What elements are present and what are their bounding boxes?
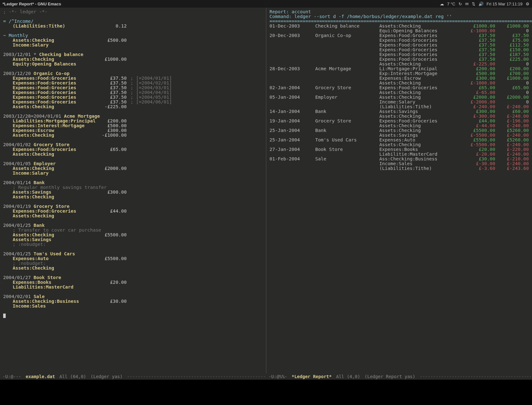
refresh-icon[interactable]: ↻ bbox=[459, 2, 462, 6]
txn-head: 2003/12/01 * Checking balance bbox=[3, 52, 263, 57]
report-row: Equi:Opening Balances£-1000.000 bbox=[269, 28, 529, 33]
txn-head: 2004/01/27 Book Store bbox=[3, 275, 263, 280]
posting: Assets:Checking:Business£30.00 bbox=[3, 299, 263, 304]
report-row: (Liabilities:Tithe)£-3.60£-243.60 bbox=[269, 166, 529, 171]
txn-note: ; Transfer to cover car purchase bbox=[3, 228, 263, 233]
txn-head: 2003/12/28=2004/01/01 Acme Mortgage bbox=[3, 114, 263, 119]
weather-icon: ☁ bbox=[440, 2, 444, 6]
report-row: 01-Feb-2004SaleAss:Checking:Business£30.… bbox=[269, 157, 529, 161]
posting: Income:Sales bbox=[3, 304, 263, 308]
posting: Expenses:Interest:Mortgage£500.00 bbox=[3, 123, 263, 128]
report-row: 05-Jan-2004EmployerAssets:Checking£2000.… bbox=[269, 95, 529, 100]
posting: Expenses:Food:Groceries£37.50; [=2004/02… bbox=[3, 81, 263, 85]
report-row: 14-Jan-2004BankAssets:Savings£300.00£60.… bbox=[269, 109, 529, 114]
txn-head: 2004/01/19 Grocery Store bbox=[3, 204, 263, 209]
ledger-report-buffer[interactable]: Report: accountCommand: ledger --sort d … bbox=[266, 8, 532, 373]
txn-head: 2004/02/01 Sale bbox=[3, 294, 263, 299]
posting: Expenses:Food:Groceries£44.00 bbox=[3, 209, 263, 214]
text-cursor bbox=[3, 314, 6, 318]
modeline-row: -U:@--- example.dat All (64,0) (Ledger y… bbox=[0, 373, 532, 380]
report-row: Expens:Food:Groceries£37.50£150.00 bbox=[269, 47, 529, 52]
posting: Expenses:Auto£5500.00 bbox=[3, 256, 263, 261]
report-row: Expens:Food:Groceries£37.50£187.50 bbox=[269, 52, 529, 57]
posting: Equity:Opening Balances bbox=[3, 62, 263, 66]
report-row: Assets:Checking£-44.00£-240.00 bbox=[269, 123, 529, 128]
directive-head: ~ Monthly bbox=[3, 33, 263, 38]
report-row: Assets:Checking£-5500.00£-240.00 bbox=[269, 142, 529, 147]
posting: Assets:Checking£5500.00 bbox=[3, 233, 263, 237]
report-row: Expens:Food:Groceries£37.50£75.00 bbox=[269, 38, 529, 43]
posting: Income:Salary bbox=[3, 43, 263, 47]
modeline-mode: (Ledger Report yas) bbox=[364, 374, 415, 379]
report-command: Command: ledger --sort d -f /home/borbus… bbox=[269, 14, 529, 19]
source-comment: ; -*- ledger -*- bbox=[3, 9, 263, 14]
window-title: *Ledger Report* - GNU Emacs bbox=[3, 2, 61, 6]
desktop-topbar: *Ledger Report* - GNU Emacs ☁ 7 °C ↻ ✉ ⇅… bbox=[0, 0, 532, 8]
modeline-left: -U:@--- example.dat All (64,0) (Ledger y… bbox=[0, 373, 266, 380]
txn-head: 2003/12/20 Organic Co-op bbox=[3, 71, 263, 76]
directive-head: = /^Income/ bbox=[3, 19, 263, 24]
txn-head: 2004/01/14 Bank bbox=[3, 180, 263, 185]
report-row: Exp:Interest:Mortgage£500.00£700.00 bbox=[269, 71, 529, 76]
network-icon[interactable]: ⇅ bbox=[472, 2, 475, 6]
report-row: Income:Salary£-2000.000 bbox=[269, 100, 529, 104]
posting: Expenses:Escrow£300.00 bbox=[3, 128, 263, 133]
report-row: Assets:Checking£-1000.000 bbox=[269, 81, 529, 85]
modeline-fill: ----------------------------------------… bbox=[127, 374, 266, 379]
posting: Liabilities:Mortgage:Principal£200.00 bbox=[3, 119, 263, 123]
ledger-source-buffer[interactable]: ; -*- ledger -*-= /^Income/(Liabilities:… bbox=[0, 8, 266, 373]
posting: Assets:Checking£500.00 bbox=[3, 38, 263, 43]
report-row: 01-Dec-2003Checking balanceAssets:Checki… bbox=[269, 24, 529, 28]
modeline-flags: -U:@%%- bbox=[269, 374, 287, 379]
report-row: 20-Dec-2003Organic Co-opExpens:Food:Groc… bbox=[269, 33, 529, 38]
posting-note: ; :nobudget: bbox=[3, 261, 263, 266]
posting: Assets:Savings£300.00 bbox=[3, 190, 263, 195]
posting: Expenses:Food:Groceries£37.50; [=2004/04… bbox=[3, 90, 263, 95]
modeline-buffer: *Ledger Report* bbox=[292, 374, 332, 379]
report-row: 19-Jan-2004Grocery StoreExpens:Food:Groc… bbox=[269, 119, 529, 123]
report-row: 27-Jan-2004Book StoreExpenses:Books£20.0… bbox=[269, 147, 529, 152]
report-rule: ========================================… bbox=[269, 19, 529, 24]
posting: Assets:Checking-£225.00 bbox=[3, 104, 263, 109]
posting: Expenses:Food:Groceries£37.50; [=2004/06… bbox=[3, 100, 263, 104]
posting: Expenses:Food:Groceries£65.00 bbox=[3, 147, 263, 152]
report-row: 25-Jan-2004BankAssets:Checking£5500.00£5… bbox=[269, 128, 529, 133]
settings-icon[interactable]: ⚙ bbox=[526, 2, 529, 6]
modeline-mode: (Ledger yas) bbox=[91, 374, 123, 379]
modeline-flags: -U:@--- bbox=[3, 374, 21, 379]
report-title: Report: account bbox=[269, 9, 529, 14]
clock-text: Fri 15 Mar 17:11:19 bbox=[487, 2, 522, 6]
posting: Expenses:Food:Groceries£37.50; [=2004/03… bbox=[3, 85, 263, 90]
report-row: Assets:Checking£-225.000 bbox=[269, 62, 529, 66]
posting: Assets:Checking£2000.00 bbox=[3, 166, 263, 171]
txn-note: ; :nobudget: bbox=[3, 242, 263, 247]
txn-head: 2004/01/02 Grocery Store bbox=[3, 142, 263, 147]
posting: Assets:Checking bbox=[3, 266, 263, 271]
cursor-line bbox=[3, 313, 263, 318]
report-row: Liabilitie:MasterCard£-20.00£-240.00 bbox=[269, 152, 529, 157]
posting: Income:Salary bbox=[3, 171, 263, 176]
posting: Expenses:Books£20.00 bbox=[3, 280, 263, 285]
txn-head: 2004/01/25 Bank bbox=[3, 223, 263, 228]
modeline-pos: All (4,0) bbox=[336, 374, 360, 379]
volume-icon[interactable]: 🔊 bbox=[478, 2, 484, 6]
report-row: Assets:Savings£-5500.00£-240.00 bbox=[269, 133, 529, 138]
modeline-pos: All (64,0) bbox=[60, 374, 86, 379]
txn-head: 2004/01/25 Tom's Used Cars bbox=[3, 252, 263, 256]
modeline-fill: ----------------------------------------… bbox=[420, 374, 532, 379]
report-row: 02-Jan-2004Grocery StoreExpens:Food:Groc… bbox=[269, 85, 529, 90]
report-row: Income:Sales£-30.00£-240.00 bbox=[269, 161, 529, 166]
emacs-frame: ; -*- ledger -*-= /^Income/(Liabilities:… bbox=[0, 8, 532, 373]
report-row: Expens:Food:Groceries£37.50£112.50 bbox=[269, 43, 529, 47]
system-tray: ☁ 7 °C ↻ ✉ ⇅ 🔊 Fri 15 Mar 17:11:19 ⚙ bbox=[440, 2, 529, 6]
posting: (Liabilities:Tithe)0.12 bbox=[3, 24, 263, 28]
mail-icon[interactable]: ✉ bbox=[465, 2, 469, 6]
report-row: Assets:Checking£-65.000 bbox=[269, 90, 529, 95]
modeline-right: -U:@%%- *Ledger Report* All (4,0) (Ledge… bbox=[266, 373, 532, 380]
frame-bottom-gap bbox=[0, 380, 532, 405]
posting: Expenses:Food:Groceries£37.50; [=2004/01… bbox=[3, 76, 263, 81]
report-row: Expens:Food:Groceries£37.50£225.00 bbox=[269, 57, 529, 62]
report-row: Expenses:Escrow£300.00£1000.00 bbox=[269, 76, 529, 81]
posting: Assets:Checking bbox=[3, 195, 263, 199]
txn-head: 2004/01/05 Employer bbox=[3, 161, 263, 166]
